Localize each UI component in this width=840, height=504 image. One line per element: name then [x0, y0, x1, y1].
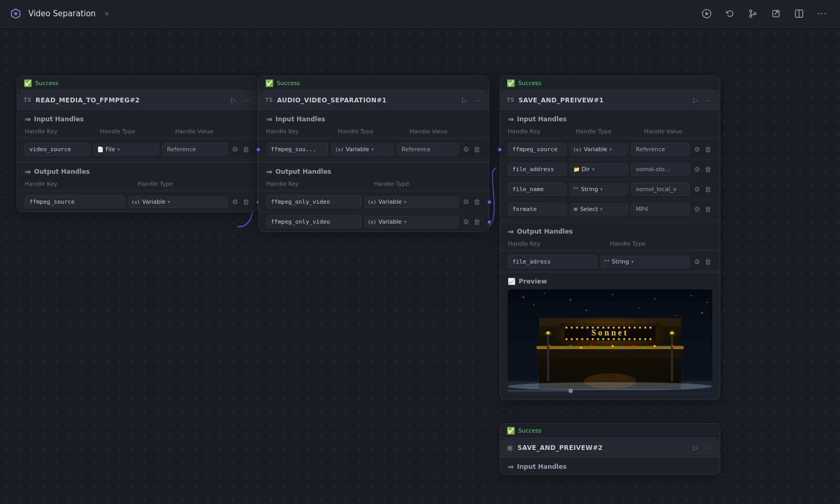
node1-delete-btn-0[interactable]: 🗑 [242, 144, 250, 154]
topbar: Video Separation × [0, 0, 840, 27]
node2-output-settings-btn-1[interactable]: ⚙ [462, 217, 470, 227]
node1-output-col-headers: Handle Key Handle Type [17, 179, 258, 190]
branch-button[interactable] [743, 4, 762, 23]
panel-toggle-button[interactable] [790, 4, 808, 23]
svg-text:Sonnet: Sonnet [591, 328, 628, 337]
node3-input-row-3: formate ≡ Select ▾ MP4 ⚙ 🗑 [500, 200, 720, 219]
node2-output-delete-btn-1[interactable]: 🗑 [472, 217, 481, 227]
node1-header-left: TS READ_MEDIA_TO_FFMPEG#2 [24, 97, 140, 104]
node3-settings-btn-3[interactable]: ⚙ [693, 204, 701, 214]
node2-run-btn[interactable]: ▷ [460, 95, 469, 105]
svg-point-15 [570, 299, 571, 300]
svg-point-77 [570, 345, 572, 347]
node2-input-key-0: ffmpeg_sou... [266, 143, 328, 156]
node3-more-btn[interactable]: ··· [704, 95, 713, 105]
svg-point-18 [691, 295, 692, 296]
node3-run-btn[interactable]: ▷ [691, 95, 700, 105]
node3-input-connector-0 [497, 147, 502, 152]
topbar-left: Video Separation × [8, 6, 112, 21]
svg-point-53 [607, 338, 610, 340]
node3-input-type-2[interactable]: "" String ▾ [570, 183, 628, 195]
node1-output-delete-btn-0[interactable]: 🗑 [242, 197, 250, 207]
node3-delete-btn-2[interactable]: 🗑 [704, 184, 712, 194]
node1-settings-btn-0[interactable]: ⚙ [231, 144, 239, 154]
export-button[interactable] [766, 4, 785, 23]
node2-input-type-0[interactable]: (x) Variable ▾ [331, 143, 393, 155]
close-tab-button[interactable]: × [101, 8, 112, 19]
node3-output-type-0[interactable]: "" String ▾ [601, 256, 690, 268]
svg-point-66 [547, 331, 550, 334]
chevron-down-icon: ▾ [117, 146, 120, 152]
node1-input-actions-0: ⚙ 🗑 [231, 144, 250, 154]
app-logo-icon [8, 6, 23, 21]
svg-point-81 [612, 345, 614, 347]
node2-output-col-headers: Handle Key Handle Type [259, 179, 489, 190]
node3-output-delete-btn-0[interactable]: 🗑 [704, 257, 712, 267]
node1-input-key-0: video_source [25, 143, 90, 156]
svg-point-5 [750, 15, 752, 17]
svg-point-16 [612, 294, 613, 295]
chevron-down-icon: ▾ [631, 259, 634, 265]
node3-delete-btn-3[interactable]: 🗑 [704, 204, 712, 214]
svg-marker-3 [706, 12, 709, 15]
node2-status-badge: ✅ Success [259, 76, 489, 91]
node2-output-type-1[interactable]: (x) Variable ▾ [364, 216, 459, 228]
node2-output-key-0: ffmpeg_only_video [266, 195, 361, 208]
chevron-down-icon: ▾ [609, 146, 612, 152]
node2-output-settings-btn-0[interactable]: ⚙ [462, 197, 470, 207]
node1-status-badge: ✅ Success [17, 76, 258, 91]
node1-input-type-0[interactable]: 📄 File ▾ [93, 143, 159, 155]
svg-point-56 [623, 338, 625, 340]
more-options-button[interactable]: ··· [813, 4, 832, 23]
node3-delete-btn-1[interactable]: 🗑 [704, 164, 712, 174]
node3-input-type-0[interactable]: (x) Variable ▾ [570, 143, 628, 155]
chevron-down-icon: ▾ [404, 199, 406, 205]
svg-point-91 [638, 307, 639, 308]
svg-point-59 [639, 338, 641, 340]
node2-more-btn[interactable]: ··· [472, 95, 482, 105]
node3-input-type-1[interactable]: 📁 Dir ▾ [570, 163, 628, 175]
node4-run-btn[interactable]: ▷ [691, 443, 700, 453]
node3-input-section: ⇒ Input Handles [500, 110, 720, 127]
node3-input-actions-3: ⚙ 🗑 [693, 204, 712, 214]
file-type-icon: 📄 [97, 146, 103, 152]
svg-rect-63 [547, 334, 549, 381]
node3-output-settings-btn-0[interactable]: ⚙ [693, 257, 701, 267]
node2-output-type-0[interactable]: (x) Variable ▾ [364, 196, 459, 208]
node2-settings-btn-0[interactable]: ⚙ [462, 144, 470, 154]
node2-output-delete-btn-0[interactable]: 🗑 [472, 197, 481, 207]
svg-point-32 [586, 327, 589, 329]
node3-input-type-3[interactable]: ≡ Select ▾ [570, 203, 628, 215]
node3-delete-btn-0[interactable]: 🗑 [704, 144, 712, 154]
workflow-canvas[interactable]: ✅ Success TS READ_MEDIA_TO_FFMPEG#2 ▷ ··… [0, 27, 840, 504]
svg-point-58 [634, 338, 636, 340]
node2-input-col-headers: Handle Key Handle Type Handle Value [259, 127, 489, 137]
node2-input-connector [256, 147, 261, 152]
node2-delete-btn-0[interactable]: 🗑 [472, 144, 481, 154]
run-button[interactable] [697, 4, 716, 23]
node1-output-actions-0: ⚙ 🗑 [231, 197, 250, 207]
svg-point-40 [628, 327, 631, 329]
node4-status-badge: ✅ Success [500, 424, 720, 438]
node1-output-type-0[interactable]: (x) Variable ▾ [128, 196, 228, 208]
node3-settings-btn-0[interactable]: ⚙ [693, 144, 701, 154]
node1-output-settings-btn-0[interactable]: ⚙ [231, 197, 239, 207]
node3-input-key-2: file_name [508, 183, 566, 196]
svg-point-96 [569, 389, 573, 393]
node3-header-left: TS SAVE_AND_PREIVEW#1 [507, 97, 604, 104]
svg-point-13 [523, 297, 524, 298]
svg-point-79 [591, 345, 593, 347]
node1-run-btn[interactable]: ▷ [229, 95, 238, 105]
svg-point-50 [592, 338, 594, 340]
node3-settings-btn-1[interactable]: ⚙ [693, 164, 701, 174]
node4-more-btn[interactable]: ··· [704, 443, 713, 453]
node3-preview-header: 📈 Preview [508, 278, 712, 285]
undo-button[interactable] [720, 4, 739, 23]
svg-point-30 [576, 327, 578, 329]
svg-point-88 [508, 382, 712, 391]
node1-header: TS READ_MEDIA_TO_FFMPEG#2 ▷ ··· [17, 91, 258, 110]
node3-settings-btn-2[interactable]: ⚙ [693, 184, 701, 194]
chevron-down-icon: ▾ [600, 206, 603, 212]
svg-point-87 [672, 345, 674, 347]
node1-more-btn[interactable]: ··· [242, 95, 251, 105]
